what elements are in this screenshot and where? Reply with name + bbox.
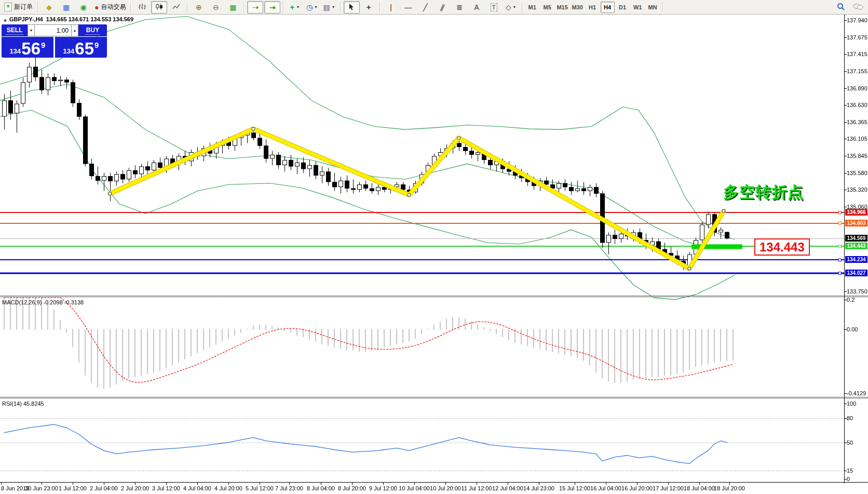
channel-button[interactable]: ∥ [435, 1, 451, 14]
fibonacci-icon: ≣ [456, 4, 463, 11]
market-watch-button[interactable]: ◆ [41, 1, 57, 14]
timeframe-m1[interactable]: M1 [525, 2, 539, 13]
mt4-window: +新订单◆▦◉●自动交易⊕⊖▦⇢⇥+▼◷▼▤▼+|—╱∥≣AT◇▼M1M5M15… [0, 0, 868, 494]
globe-icon: ◉ [80, 4, 86, 11]
time-axis-label: 16 Jul 20:00 [621, 485, 653, 491]
timeframe-h1[interactable]: H1 [586, 2, 600, 13]
time-axis-label: 7 Jul 23:00 [275, 485, 303, 491]
label-button[interactable]: T [486, 1, 502, 14]
volume-input[interactable] [35, 24, 71, 36]
time-axis-label: 8 Jul 04:00 [307, 485, 335, 491]
chart-window-icon: ▦ [63, 4, 70, 11]
chart-text-annotation[interactable]: 多空转折点 [723, 182, 804, 203]
timeframe-m5[interactable]: M5 [540, 2, 554, 13]
candlestick-button[interactable] [151, 1, 167, 14]
macd-axis-label: 0.2 [847, 297, 855, 303]
trendline-icon: ╱ [423, 4, 427, 11]
price-axis-label: 136.105 [847, 136, 867, 142]
macd-axis-label: -0.4129 [847, 390, 866, 396]
text-button[interactable]: A [469, 1, 485, 14]
support-line-2-price-badge: 134.027 [845, 270, 867, 276]
toolbar-separator [662, 2, 663, 12]
new-order-button-label: 新订单 [14, 3, 33, 11]
toolbar: +新订单◆▦◉●自动交易⊕⊖▦⇢⇥+▼◷▼▤▼+|—╱∥≣AT◇▼M1M5M15… [0, 0, 868, 15]
crosshair-button[interactable]: + [361, 1, 377, 14]
chart-window-button[interactable]: ▦ [58, 1, 74, 14]
chat-icon [853, 3, 863, 11]
buy-price-button[interactable]: 134659 [55, 37, 107, 58]
price-axis-label: 136.365 [847, 119, 867, 125]
trendline-button[interactable]: ╱ [417, 1, 433, 14]
price-axis-label: 136.890 [847, 85, 867, 91]
time-axis-label: 3 Jul 12:00 [152, 485, 180, 491]
autotrading-icon: ● [94, 4, 99, 11]
time-axis-label: 17 Jul 12:00 [653, 485, 684, 491]
bar-chart-button[interactable] [134, 1, 150, 14]
dropdown-arrow-icon: ▼ [296, 5, 300, 9]
rsi-axis-label: 15 [847, 468, 853, 474]
sell-button[interactable]: SELL [2, 24, 28, 36]
vertical-line-icon: | [390, 4, 392, 11]
tile-windows-button[interactable]: ▦ [225, 1, 241, 14]
templates-button[interactable]: ▤▼ [321, 1, 337, 14]
vertical-line-button[interactable]: | [383, 1, 399, 14]
timeframe-m15[interactable]: M15 [555, 2, 569, 13]
shapes-icon: ◇ [506, 4, 511, 11]
fibonacci-button[interactable]: ≣ [452, 1, 468, 14]
price-axis-label: 137.940 [847, 17, 867, 23]
timeframe-m30[interactable]: M30 [571, 2, 585, 13]
time-axis-label: 30 Jun 23:00 [25, 485, 58, 491]
new-order-button[interactable]: +新订单 [2, 1, 35, 14]
timeframe-w1[interactable]: W1 [631, 2, 645, 13]
one-click-trading-panel: SELL ▼ ▲ BUY 134569 134659 [2, 24, 107, 58]
autotrading-button[interactable]: ●自动交易 [92, 1, 128, 14]
time-axis-label: 9 Jul 12:00 [369, 485, 397, 491]
template-icon: ▤ [323, 4, 330, 11]
price-axis-label: 137.155 [847, 68, 867, 74]
toolbar-separator [283, 2, 284, 12]
indicators-button[interactable]: +▼ [287, 1, 303, 14]
line-chart-icon [172, 3, 181, 11]
auto-scroll-button[interactable]: ⇢ [247, 1, 263, 14]
time-axis-label: 14 Jul 23:00 [523, 485, 554, 491]
time-axis-label: 10 Jul 04:00 [399, 485, 430, 491]
toolbar-separator [37, 2, 38, 12]
toolbar-separator [243, 2, 245, 12]
timeframe-h4[interactable]: H4 [601, 2, 615, 13]
candlestick-icon [155, 3, 164, 11]
sell-price-button[interactable]: 134569 [2, 37, 53, 58]
macd-axis-label: 0.00 [847, 326, 858, 332]
buy-button[interactable]: BUY [78, 24, 107, 36]
dropdown-arrow-icon: ▼ [332, 5, 335, 9]
channel-icon: ∥ [439, 3, 445, 11]
support-line-1-price-badge: 134.234 [845, 256, 867, 263]
volume-decrease-button[interactable]: ▼ [28, 24, 35, 36]
time-axis-label: 5 Jul 12:00 [246, 485, 274, 491]
price-tag-label[interactable]: 134.443 [754, 238, 810, 256]
main-chart-canvas[interactable] [0, 0, 868, 494]
chart-shift-button[interactable]: ⇥ [264, 1, 280, 14]
dropdown-arrow-icon: ▼ [513, 5, 517, 9]
cursor-icon [348, 3, 355, 11]
time-axis-label: 11 Jul 12:00 [461, 485, 492, 491]
cursor-button[interactable] [344, 1, 360, 14]
zoom-in-button[interactable]: ⊕ [191, 1, 207, 14]
chat-button[interactable] [850, 1, 866, 14]
market-watch-icon: ◆ [46, 4, 52, 11]
collapse-panel-icon[interactable]: ▲ [3, 18, 7, 22]
shapes-button[interactable]: ◇▼ [503, 1, 519, 14]
current-price-line-price-badge: 134.569 [845, 235, 867, 242]
search-button[interactable] [833, 1, 849, 14]
zoom-out-button[interactable]: ⊖ [208, 1, 224, 14]
time-axis-label: 12 Jul 04:00 [492, 485, 523, 491]
horizontal-line-button[interactable]: — [400, 1, 416, 14]
timeframe-mn[interactable]: MN [646, 2, 660, 13]
periods-button[interactable]: ◷▼ [304, 1, 320, 14]
timeframe-d1[interactable]: D1 [616, 2, 630, 13]
new-order-icon: + [4, 3, 12, 11]
volume-increase-button[interactable]: ▲ [71, 24, 78, 36]
connection-button[interactable]: ◉ [75, 1, 91, 14]
chart-shift-icon: ⇥ [269, 4, 276, 11]
line-chart-button[interactable] [168, 1, 184, 14]
resistance-line-1-price-badge: 134.966 [845, 209, 867, 216]
